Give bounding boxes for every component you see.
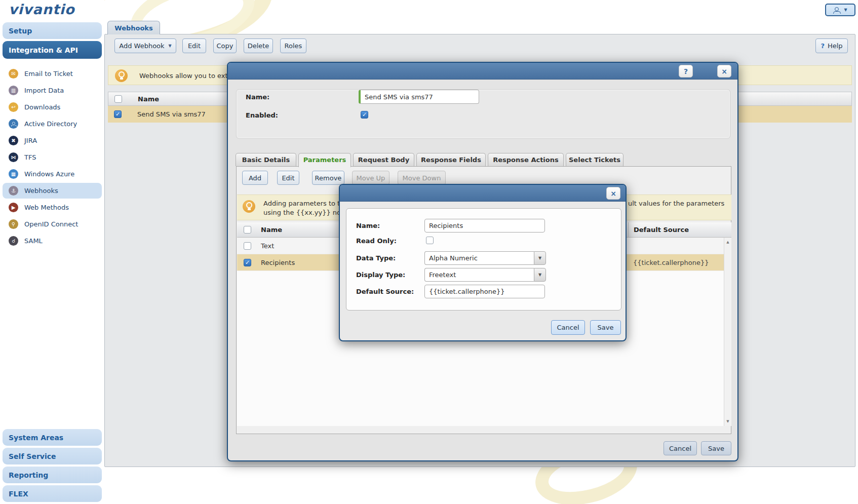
lightbulb-icon [243, 200, 255, 213]
read-only-checkbox[interactable]: ✓ [426, 237, 434, 244]
enabled-checkbox[interactable]: ✓ [361, 111, 368, 119]
jira-icon: ✖ [9, 136, 18, 145]
webhook-name-cell: Send SMS via sms77 [137, 110, 206, 118]
sidebar-section-integration-api[interactable]: Integration & API [3, 41, 102, 59]
sidebar-section-system-areas[interactable]: System Areas [3, 429, 102, 446]
add-webhook-button[interactable]: Add Webhook ▼ [114, 38, 176, 53]
sidebar-item-tfs[interactable]: ⋈ TFS [3, 149, 102, 165]
param-add-button[interactable]: Add [242, 171, 268, 185]
chevron-down-icon[interactable]: ▼ [534, 251, 546, 265]
select-all-checkbox[interactable]: ✓ [244, 226, 251, 234]
data-type-select[interactable]: Alpha Numeric ▼ [424, 251, 546, 265]
sidebar-item-jira[interactable]: ✖ JIRA [3, 133, 102, 148]
chevron-down-icon: ▼ [169, 44, 172, 48]
sidebar-section-label: Integration & API [9, 46, 78, 54]
sidebar-section-label: Setup [9, 27, 32, 35]
param-move-down-button[interactable]: Move Down [398, 171, 446, 185]
webhook-icon: ⚓ [9, 186, 18, 196]
lightbulb-icon [115, 69, 128, 82]
column-header-name: Name [261, 226, 282, 234]
select-all-checkbox[interactable]: ✓ [114, 95, 122, 103]
info-text-fragment: using the {{xx.yy}} nota [263, 209, 347, 216]
sidebar-section-label: Self Service [9, 452, 56, 460]
scroll-up-icon[interactable]: ▲ [724, 239, 731, 246]
webhook-modal-tabs: Basic Details Parameters Request Body Re… [236, 153, 623, 167]
column-header-name: Name [138, 95, 159, 103]
close-icon[interactable]: × [717, 65, 731, 77]
info-text: Webhooks allow you to exten [139, 72, 236, 80]
sidebar: Setup Integration & API ✉ Email to Ticke… [0, 0, 104, 504]
column-divider [628, 222, 629, 238]
display-type-select[interactable]: Freetext ▼ [424, 268, 546, 282]
param-name-cell: Text [261, 242, 274, 250]
sidebar-item-openid-connect[interactable]: ⚲ OpenID Connect [3, 216, 102, 232]
default-source-field[interactable] [424, 285, 545, 298]
tab-parameters[interactable]: Parameters [298, 153, 351, 167]
active-directory-icon [9, 119, 18, 129]
info-text-fragment: Adding parameters to th [263, 200, 344, 207]
sidebar-item-saml[interactable]: ☌ SAML [3, 233, 102, 249]
sidebar-section-reporting[interactable]: Reporting [3, 467, 102, 483]
windows-azure-icon: ▦ [9, 169, 18, 179]
vivantio-logo: vivantio [9, 2, 75, 17]
sidebar-section-self-service[interactable]: Self Service [3, 448, 102, 464]
param-move-up-button[interactable]: Move Up [352, 171, 389, 185]
sidebar-item-label: Email to Ticket [24, 70, 73, 77]
delete-button[interactable]: Delete [244, 38, 273, 53]
email-icon: ✉ [9, 69, 18, 79]
sidebar-item-import-data[interactable]: ▥ Import Data [3, 83, 102, 98]
row-checkbox[interactable]: ✓ [244, 242, 251, 250]
openid-connect-icon: ⚲ [9, 219, 18, 229]
edit-button[interactable]: Edit [182, 38, 206, 53]
help-button[interactable]: ? Help [815, 38, 848, 53]
default-source-label: Default Source: [356, 288, 414, 295]
sidebar-section-flex[interactable]: FLEX [3, 485, 102, 502]
chevron-down-icon[interactable]: ▼ [534, 268, 546, 282]
sidebar-item-label: Windows Azure [24, 170, 74, 178]
cancel-button[interactable]: Cancel [551, 320, 585, 335]
tab-select-tickets[interactable]: Select Tickets [566, 153, 623, 166]
tab-response-actions[interactable]: Response Actions [488, 153, 564, 166]
save-button[interactable]: Save [701, 441, 731, 455]
sidebar-section-setup[interactable]: Setup [3, 22, 102, 39]
column-header-default-source: Default Source [634, 226, 689, 234]
modal-titlebar[interactable] [340, 185, 626, 202]
sidebar-item-active-directory[interactable]: Active Directory [3, 116, 102, 132]
sidebar-item-windows-azure[interactable]: ▦ Windows Azure [3, 166, 102, 182]
sidebar-item-label: SAML [24, 237, 43, 245]
webhook-name-field[interactable] [359, 90, 479, 104]
chevron-down-icon: ▼ [844, 8, 847, 12]
data-type-label: Data Type: [356, 254, 396, 262]
param-remove-button[interactable]: Remove [312, 171, 344, 185]
tab-response-fields[interactable]: Response Fields [416, 153, 486, 166]
copy-button[interactable]: Copy [213, 38, 237, 53]
parameter-fieldset: Name: Read Only: ✓ Data Type: Alpha Nume… [346, 208, 621, 311]
user-menu-button[interactable]: ▼ [825, 4, 855, 16]
modal-help-button[interactable]: ? [679, 65, 693, 77]
sidebar-item-web-methods[interactable]: ▶ Web Methods [3, 200, 102, 215]
sidebar-item-email-to-ticket[interactable]: ✉ Email to Ticket [3, 66, 102, 82]
param-name-field[interactable] [424, 219, 545, 232]
param-name-cell: Recipients [261, 259, 295, 266]
sidebar-item-downloads[interactable]: ↩ Downloads [3, 99, 102, 115]
row-checkbox[interactable]: ✓ [244, 259, 251, 266]
modal-titlebar[interactable] [228, 63, 737, 80]
sidebar-section-label: FLEX [9, 490, 28, 498]
parameter-edit-modal: × Name: Read Only: ✓ Data Type: Alpha Nu… [339, 184, 627, 341]
close-icon[interactable]: × [606, 187, 620, 200]
row-checkbox[interactable]: ✓ [114, 110, 122, 118]
param-edit-button[interactable]: Edit [277, 171, 299, 185]
sidebar-item-label: Web Methods [24, 204, 69, 211]
save-button[interactable]: Save [590, 320, 621, 335]
sidebar-item-label: Import Data [24, 87, 64, 94]
cancel-button[interactable]: Cancel [664, 441, 697, 455]
enabled-label: Enabled: [246, 111, 278, 119]
scroll-down-icon[interactable]: ▼ [724, 418, 731, 425]
vertical-scrollbar[interactable]: ▲ ▼ [724, 238, 731, 426]
tab-webhooks[interactable]: Webhooks [107, 21, 160, 34]
sidebar-item-webhooks[interactable]: ⚓ Webhooks [3, 183, 102, 199]
roles-button[interactable]: Roles [280, 38, 306, 53]
tab-basic-details[interactable]: Basic Details [236, 153, 296, 166]
sidebar-item-label: Active Directory [24, 120, 77, 128]
tab-request-body[interactable]: Request Body [353, 153, 414, 166]
